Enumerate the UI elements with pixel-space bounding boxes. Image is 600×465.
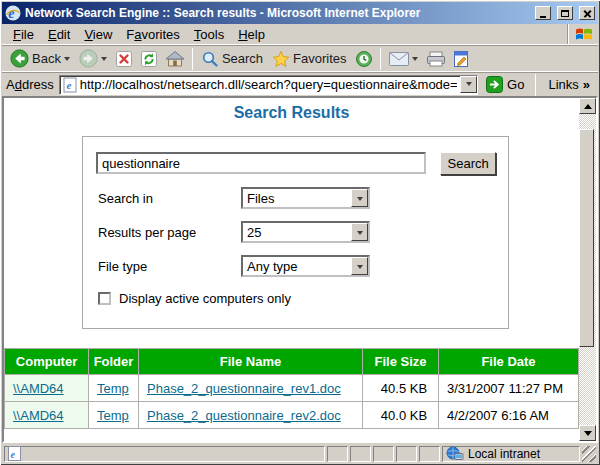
scroll-down-button[interactable] [579,425,596,441]
status-bar: e Local intranet [2,443,598,463]
status-pane [419,446,440,462]
results-table: Computer Folder File Name File Size File… [4,348,579,429]
print-button[interactable] [423,50,449,68]
arrow-down-icon [584,431,592,440]
forward-dropdown-icon[interactable] [101,57,107,64]
search-input[interactable] [96,152,426,174]
page-content: Search Results Search Search in Files Re… [2,96,598,443]
svg-text:e: e [8,6,14,21]
chevron-down-icon[interactable] [351,223,368,241]
window-title: Network Search Engine :: Search results … [25,6,529,20]
vertical-scrollbar[interactable] [579,98,596,441]
refresh-icon [140,50,158,68]
home-button[interactable] [162,49,188,69]
header-file-name: File Name [139,349,363,375]
status-main-pane: e [4,446,325,462]
toolbar-separator [192,48,193,70]
forward-button[interactable] [75,48,111,69]
ie-logo-icon: e [5,5,21,21]
scrollbar-track[interactable] [579,114,596,425]
page-title: Search Results [4,104,579,122]
go-icon [486,76,503,93]
address-combo[interactable]: e [59,75,478,95]
security-zone-pane: Local intranet [442,446,580,462]
toolbar-separator [380,48,381,70]
search-toolbar-button[interactable]: Search [197,49,267,69]
maximize-button[interactable] [557,6,573,20]
results-per-page-select[interactable]: 25 [241,221,370,243]
browser-window: e Network Search Engine :: Search result… [0,0,600,465]
arrow-up-icon [584,100,592,109]
menu-file[interactable]: File [6,25,41,44]
header-folder: Folder [89,349,139,375]
history-button[interactable] [352,49,376,69]
computer-link[interactable]: \\AMD64 [13,381,64,396]
minimize-button[interactable] [535,6,551,20]
toolbar-separator [535,74,536,96]
file-date-value: 4/2/2007 6:16 AM [439,402,579,429]
close-icon [583,9,592,18]
address-input[interactable] [80,77,457,92]
mail-icon [389,52,409,66]
back-dropdown-icon[interactable] [64,57,70,64]
computer-link[interactable]: \\AMD64 [13,408,64,423]
results-per-page-label: Results per page [98,225,241,240]
maximize-icon [561,10,569,17]
chevron-down-icon[interactable] [351,257,368,275]
folder-link[interactable]: Temp [97,408,129,423]
active-computers-checkbox[interactable] [98,292,111,305]
scroll-up-button[interactable] [579,98,596,114]
search-button[interactable]: Search [440,152,496,175]
header-file-date: File Date [439,349,579,375]
menu-bar: File Edit View Favorites Tools Help [2,24,598,45]
chevron-right-icon[interactable]: » [583,77,590,92]
back-button[interactable]: Back [6,48,74,69]
print-icon [426,51,446,67]
file-type-label: File type [98,259,241,274]
header-computer: Computer [5,349,89,375]
menu-tools[interactable]: Tools [187,25,231,44]
table-row: \\AMD64 Temp Phase_2_questionnaire_rev2.… [5,402,579,429]
chevron-down-icon[interactable] [351,189,368,207]
menu-help[interactable]: Help [231,25,272,44]
menu-view[interactable]: View [77,25,119,44]
refresh-button[interactable] [137,49,161,69]
favorites-toolbar-button[interactable]: Favorites [268,49,350,69]
close-button[interactable] [579,6,595,20]
table-header-row: Computer Folder File Name File Size File… [5,349,579,375]
stop-button[interactable] [112,49,136,69]
security-zone-label: Local intranet [468,447,540,461]
edit-button[interactable] [450,49,472,69]
page-icon: e [63,77,77,93]
file-type-select[interactable]: Any type [241,255,370,277]
search-icon [201,50,219,68]
mail-dropdown-icon[interactable] [412,57,418,64]
folder-link[interactable]: Temp [97,381,129,396]
scrollbar-thumb[interactable] [579,129,594,347]
status-pane [350,446,371,462]
resize-grip[interactable] [582,446,596,462]
table-row: \\AMD64 Temp Phase_2_questionnaire_rev1.… [5,375,579,402]
file-date-value: 3/31/2007 11:27 PM [439,375,579,402]
status-pane [396,446,417,462]
back-icon [10,49,29,68]
home-icon [165,50,185,68]
svg-text:e: e [11,449,16,460]
file-name-link[interactable]: Phase_2_questionnaire_rev1.doc [147,381,341,396]
go-button[interactable]: Go [483,76,527,93]
file-name-link[interactable]: Phase_2_questionnaire_rev2.doc [147,408,341,423]
search-form: Search Search in Files Results per page … [82,136,509,329]
links-bar[interactable]: Links » [544,77,594,92]
menu-favorites[interactable]: Favorites [119,25,186,44]
windows-flag-icon [567,24,598,44]
history-icon [355,50,373,68]
chevron-down-icon [466,82,472,89]
search-in-select[interactable]: Files [241,187,370,209]
mail-button[interactable] [385,51,422,67]
address-dropdown-button[interactable] [460,76,477,93]
file-size-value: 40.5 KB [363,375,439,402]
forward-icon [79,49,98,68]
title-bar[interactable]: e Network Search Engine :: Search result… [2,2,598,24]
menu-edit[interactable]: Edit [41,25,77,44]
header-file-size: File Size [363,349,439,375]
